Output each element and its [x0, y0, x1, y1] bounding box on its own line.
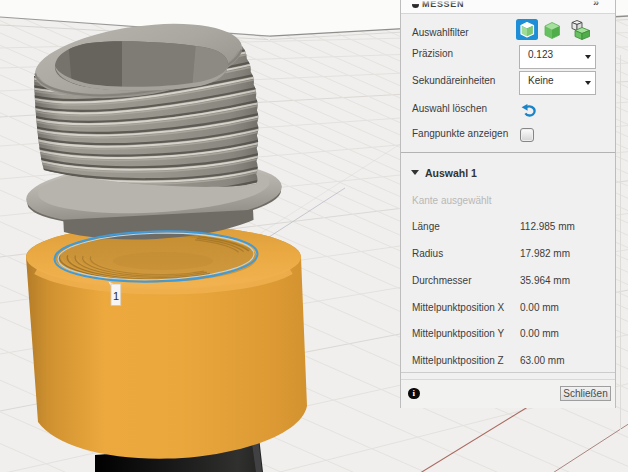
- svg-text:1: 1: [113, 290, 119, 302]
